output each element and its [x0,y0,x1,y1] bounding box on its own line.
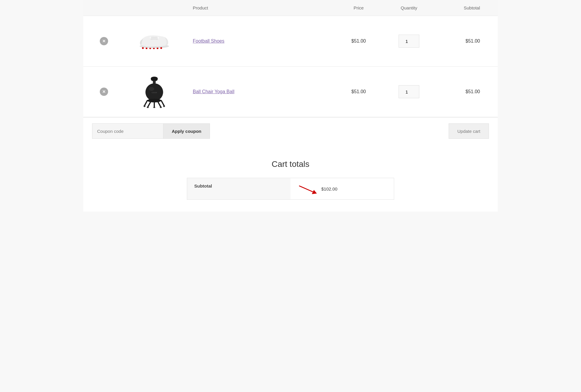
svg-point-25 [163,105,165,107]
football-shoes-link[interactable]: Football Shoes [193,38,335,44]
apply-coupon-button[interactable]: Apply coupon [163,123,210,139]
svg-line-17 [148,101,151,107]
cart-totals-section: Cart totals Subtotal $102.00 [83,145,498,212]
svg-rect-2 [146,48,147,49]
totals-table: Subtotal $102.00 [187,178,394,200]
cart-row-ball-chair: ✕ GAIAM [83,67,498,117]
subtotal-label: Subtotal [187,178,290,199]
ball-chair-link[interactable]: Ball Chair Yoga Ball [193,89,335,94]
col-product-label: Product [193,5,335,10]
close-icon: ✕ [102,89,106,94]
svg-line-20 [161,101,164,106]
cart-table-header: Product Price Quantity Subtotal [83,0,498,16]
football-shoes-name-cell: Football Shoes [193,38,335,44]
remove-cell-1: ✕ [92,37,116,45]
col-price-label: Price [335,5,382,10]
football-shoes-quantity-cell [382,35,436,48]
ball-chair-subtotal: $51.00 [436,89,489,94]
remove-football-shoes-button[interactable]: ✕ [100,37,108,45]
col-quantity-label: Quantity [382,5,436,10]
football-shoes-subtotal: $51.00 [436,38,489,44]
subtotal-value-cell: $102.00 [290,178,394,199]
coupon-row: Apply coupon Update cart [83,117,498,145]
chair-svg: GAIAM [141,75,168,108]
ball-chair-image: GAIAM [137,75,172,108]
svg-text:GAIAM: GAIAM [152,92,157,93]
football-shoes-image [137,25,172,57]
ball-chair-price: $51.00 [335,89,382,94]
remove-cell-2: ✕ [92,88,116,96]
ball-chair-name-cell: Ball Chair Yoga Ball [193,89,335,94]
update-cart-button[interactable]: Update cart [449,123,489,139]
football-shoes-price: $51.00 [335,38,382,44]
cart-totals-title: Cart totals [92,159,489,169]
coupon-code-input[interactable] [92,123,163,139]
svg-point-13 [149,87,154,91]
svg-rect-5 [157,48,158,49]
subtotal-amount: $102.00 [321,186,337,191]
shoe-svg [138,31,171,51]
remove-ball-chair-button[interactable]: ✕ [100,88,108,96]
svg-rect-4 [153,48,155,49]
cart-page: Product Price Quantity Subtotal ✕ [83,0,498,212]
svg-rect-3 [150,48,151,49]
football-shoes-quantity-input[interactable] [399,35,419,48]
cart-row-football-shoes: ✕ [83,16,498,67]
svg-rect-1 [142,47,144,49]
coupon-left: Apply coupon [92,123,210,139]
red-arrow-icon [298,183,318,194]
col-subtotal-label: Subtotal [436,5,489,10]
svg-line-26 [299,186,314,192]
svg-line-16 [145,101,147,106]
svg-rect-11 [153,80,155,84]
svg-point-21 [144,105,145,107]
close-icon: ✕ [102,39,106,43]
svg-point-23 [153,107,155,108]
ball-chair-quantity-input[interactable] [399,85,419,98]
subtotal-row: Subtotal $102.00 [187,178,394,199]
svg-rect-6 [161,47,162,49]
svg-line-19 [158,101,161,107]
football-shoes-image-cell [116,25,193,57]
ball-chair-quantity-cell [382,85,436,98]
ball-chair-image-cell: GAIAM [116,75,193,108]
